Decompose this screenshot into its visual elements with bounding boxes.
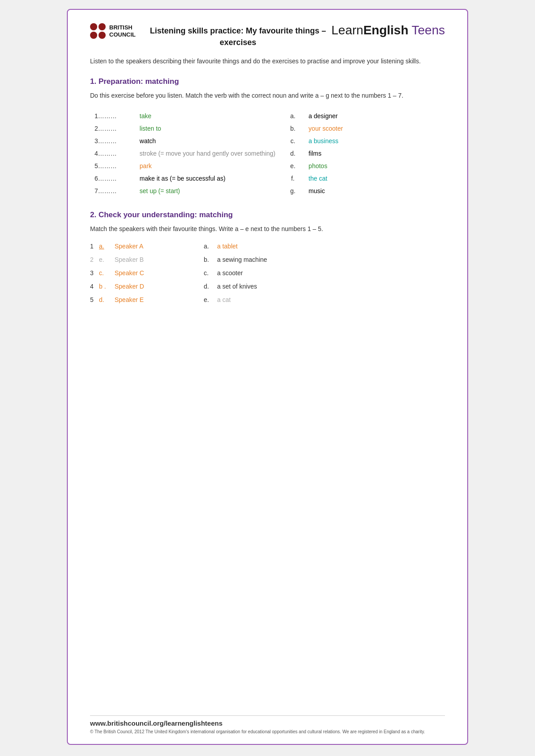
match-row-2: 2 e. Speaker B b. a sewing machine — [90, 256, 445, 263]
match-row-3: 3 c. Speaker C c. a scooter — [90, 269, 445, 277]
english-text: English — [363, 23, 408, 37]
noun-f: the cat — [304, 172, 445, 185]
bc-dot-3 — [90, 32, 97, 39]
letter-f: f. — [282, 172, 305, 185]
main-title-area: Listening skills practice: My favourite … — [144, 23, 331, 47]
match-num-2: 2 — [90, 256, 99, 263]
table-row: 3……… watch c. a business — [90, 135, 445, 147]
match-answer-1: a. — [99, 243, 115, 250]
thing-c: a scooter — [217, 269, 445, 277]
bc-line1: BRITISH — [109, 24, 136, 31]
match-answer-3: c. — [99, 269, 115, 277]
table-row: 1……… take a. a designer — [90, 110, 445, 122]
teens-text: Teens — [408, 23, 445, 37]
num-5: 5……… — [90, 160, 135, 172]
verb-6: make it as (= be successful as) — [135, 172, 282, 185]
table-row: 5……… park e. photos — [90, 160, 445, 172]
num-4: 4……… — [90, 147, 135, 160]
thing-letter-c: c. — [204, 269, 217, 277]
match-row-5: 5 d. Speaker E e. a cat — [90, 296, 445, 303]
section1-title: 1. Preparation: matching — [90, 77, 445, 86]
intro-text: Listen to the speakers describing their … — [90, 56, 445, 66]
letter-b: b. — [282, 122, 305, 135]
noun-d: films — [304, 147, 445, 160]
thing-a: a tablet — [217, 243, 445, 250]
verb-5: park — [135, 160, 282, 172]
section2: 2. Check your understanding: matching Ma… — [90, 211, 445, 303]
noun-b: your scooter — [304, 122, 445, 135]
section1-desc: Do this exercise before you listen. Matc… — [90, 91, 445, 100]
match-num-1: 1 — [90, 243, 99, 250]
bc-dot-4 — [99, 32, 106, 39]
table-row: 2……… listen to b. your scooter — [90, 122, 445, 135]
footer: www.britishcouncil.org/learnenglishteens… — [90, 715, 445, 735]
letter-g: g. — [282, 185, 305, 197]
bc-line2: COUNCIL — [109, 31, 136, 38]
table-row: 6……… make it as (= be successful as) f. … — [90, 172, 445, 185]
learnenglish-logo: LearnEnglish Teens — [331, 23, 445, 37]
num-2: 2……… — [90, 122, 135, 135]
match-row-4: 4 b . Speaker D d. a set of knives — [90, 283, 445, 290]
noun-g: music — [304, 185, 445, 197]
letter-e: e. — [282, 160, 305, 172]
header: BRITISH COUNCIL Listening skills practic… — [90, 23, 445, 47]
thing-e: a cat — [217, 296, 445, 303]
table-row: 4……… stroke (= move your hand gently ove… — [90, 147, 445, 160]
thing-d: a set of knives — [217, 283, 445, 290]
speaker-a: Speaker A — [115, 243, 204, 250]
matching-table-1: 1……… take a. a designer 2……… listen to b… — [90, 110, 445, 197]
verb-3: watch — [135, 135, 282, 147]
speaker-d: Speaker D — [115, 283, 204, 290]
footer-url: www.britishcouncil.org/learnenglishteens — [90, 719, 445, 727]
section1: 1. Preparation: matching Do this exercis… — [90, 77, 445, 197]
letter-c: c. — [282, 135, 305, 147]
num-7: 7……… — [90, 185, 135, 197]
bc-dots — [90, 23, 106, 39]
speaker-c: Speaker C — [115, 269, 204, 277]
page-title-line1: Listening skills practice: My favourite … — [144, 26, 331, 36]
section2-title: 2. Check your understanding: matching — [90, 211, 445, 219]
verb-1: take — [135, 110, 282, 122]
noun-a: a designer — [304, 110, 445, 122]
match-num-4: 4 — [90, 283, 99, 290]
british-council-logo: BRITISH COUNCIL — [90, 23, 136, 39]
speaker-e: Speaker E — [115, 296, 204, 303]
footer-copyright: © The British Council, 2012 The United K… — [90, 729, 445, 735]
bc-dot-2 — [99, 23, 106, 30]
num-6: 6……… — [90, 172, 135, 185]
page-title-line2: exercises — [144, 38, 331, 47]
verb-7: set up (= start) — [135, 185, 282, 197]
bc-dot-1 — [90, 23, 97, 30]
speaker-b: Speaker B — [115, 256, 204, 263]
letter-a: a. — [282, 110, 305, 122]
thing-letter-b: b. — [204, 256, 217, 263]
learn-text: Learn — [331, 23, 363, 37]
thing-letter-d: d. — [204, 283, 217, 290]
thing-b: a sewing machine — [217, 256, 445, 263]
verb-2: listen to — [135, 122, 282, 135]
match-answer-2: e. — [99, 256, 115, 263]
num-3: 3……… — [90, 135, 135, 147]
letter-d: d. — [282, 147, 305, 160]
page: BRITISH COUNCIL Listening skills practic… — [67, 9, 468, 745]
thing-letter-e: e. — [204, 296, 217, 303]
match-num-5: 5 — [90, 296, 99, 303]
match-row-1: 1 a. Speaker A a. a tablet — [90, 243, 445, 250]
match-num-3: 3 — [90, 269, 99, 277]
match-answer-5: d. — [99, 296, 115, 303]
section2-desc: Match the speakers with their favourite … — [90, 224, 445, 234]
match-answer-4: b . — [99, 283, 115, 290]
num-1: 1……… — [90, 110, 135, 122]
bc-text: BRITISH COUNCIL — [109, 24, 136, 38]
table-row: 7……… set up (= start) g. music — [90, 185, 445, 197]
noun-e: photos — [304, 160, 445, 172]
thing-letter-a: a. — [204, 243, 217, 250]
noun-c: a business — [304, 135, 445, 147]
verb-4: stroke (= move your hand gently over som… — [135, 147, 282, 160]
